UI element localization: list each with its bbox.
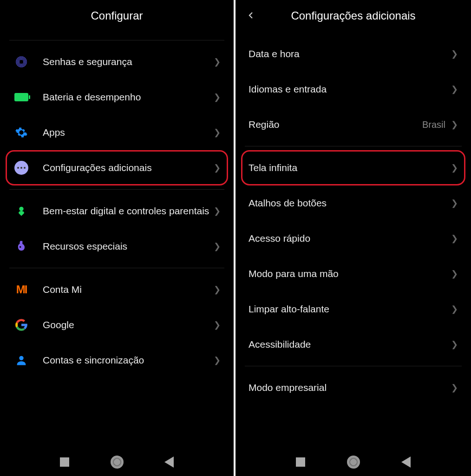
row-clean-speaker[interactable]: Limpar alto-falante ❯ [245, 291, 462, 327]
settings-screen: Configurar Senhas e segurança ❯ Bateria … [0, 0, 236, 476]
nav-home-button[interactable] [347, 456, 360, 469]
mi-logo-icon: MI [13, 281, 30, 298]
nav-recents-button[interactable] [296, 457, 305, 467]
divider [9, 189, 224, 190]
divider [9, 268, 224, 268]
chevron-right-icon: ❯ [214, 355, 221, 365]
page-title: Configurar [91, 9, 143, 22]
svg-point-3 [20, 246, 21, 248]
chevron-right-icon: ❯ [451, 49, 458, 59]
nav-recents-button[interactable] [60, 457, 69, 467]
row-enterprise-mode[interactable]: Modo empresarial ❯ [245, 370, 462, 405]
row-quick-access[interactable]: Acesso rápido ❯ [245, 221, 462, 256]
header: Configurações adicionais [236, 0, 471, 36]
chevron-right-icon: ❯ [214, 206, 221, 216]
row-label: Senhas e segurança [43, 55, 214, 68]
google-icon [13, 317, 30, 333]
row-languages-input[interactable]: Idiomas e entrada ❯ [245, 72, 462, 107]
chevron-right-icon: ❯ [214, 284, 221, 295]
nav-home-button[interactable] [111, 456, 124, 469]
row-label: Google [43, 318, 214, 331]
row-digital-wellbeing[interactable]: Bem-estar digital e controles parentais … [9, 193, 224, 229]
row-battery-performance[interactable]: Bateria e desempenho ❯ [9, 79, 224, 115]
row-google[interactable]: Google ❯ [9, 307, 224, 343]
row-label: Conta Mi [43, 283, 214, 296]
svg-point-4 [19, 356, 23, 360]
divider [245, 366, 462, 366]
page-title: Configurações adicionais [291, 9, 415, 22]
row-label: Modo para uma mão [249, 267, 451, 280]
row-label: Contas e sincronização [43, 354, 214, 366]
chevron-right-icon: ❯ [214, 127, 221, 138]
chevron-right-icon: ❯ [451, 119, 458, 130]
heart-icon [13, 203, 30, 219]
row-mi-account[interactable]: MI Conta Mi ❯ [9, 272, 224, 307]
chevron-right-icon: ❯ [451, 198, 458, 208]
back-button[interactable] [247, 8, 255, 23]
additional-settings-screen: Configurações adicionais Data e hora ❯ I… [236, 0, 471, 476]
row-additional-settings[interactable]: Configurações adicionais ❯ [9, 150, 224, 185]
dots-icon [13, 159, 30, 176]
chevron-right-icon: ❯ [451, 163, 458, 173]
nav-back-button[interactable] [164, 456, 174, 468]
row-label: Tela infinita [249, 161, 451, 174]
row-infinite-display[interactable]: Tela infinita ❯ [245, 150, 462, 185]
chevron-right-icon: ❯ [451, 383, 458, 393]
gear-icon [13, 124, 30, 141]
divider [245, 146, 462, 146]
row-accessibility[interactable]: Acessibilidade ❯ [245, 327, 462, 362]
chevron-right-icon: ❯ [451, 269, 458, 279]
chevron-right-icon: ❯ [214, 241, 221, 251]
row-passwords-security[interactable]: Senhas e segurança ❯ [9, 44, 224, 79]
chevron-right-icon: ❯ [214, 92, 221, 102]
row-special-features[interactable]: Recursos especiais ❯ [9, 229, 224, 264]
row-label: Acesso rápido [249, 232, 451, 245]
row-label: Data e hora [249, 47, 451, 60]
chevron-right-icon: ❯ [214, 320, 221, 330]
row-label: Limpar alto-falante [249, 303, 451, 315]
row-label: Bem-estar digital e controles parentais [43, 205, 214, 217]
row-label: Região [249, 118, 422, 131]
row-label: Configurações adicionais [43, 161, 214, 174]
row-label: Apps [43, 126, 214, 139]
row-label: Acessibilidade [249, 338, 451, 350]
flask-icon [13, 238, 30, 255]
row-region[interactable]: Região Brasil ❯ [245, 107, 462, 142]
row-label: Idiomas e entrada [249, 83, 451, 95]
row-label: Atalhos de botões [249, 197, 451, 209]
chevron-right-icon: ❯ [214, 163, 221, 173]
row-label: Recursos especiais [43, 240, 214, 252]
person-icon [13, 352, 30, 369]
row-one-handed-mode[interactable]: Modo para uma mão ❯ [245, 256, 462, 291]
svg-point-0 [19, 207, 23, 211]
fingerprint-icon [13, 53, 30, 70]
chevron-right-icon: ❯ [214, 57, 221, 67]
row-label: Bateria e desempenho [43, 91, 214, 103]
row-value: Brasil [422, 119, 445, 130]
row-accounts-sync[interactable]: Contas e sincronização ❯ [9, 343, 224, 378]
header: Configurar [0, 0, 234, 36]
chevron-right-icon: ❯ [451, 233, 458, 244]
row-date-time[interactable]: Data e hora ❯ [245, 36, 462, 72]
chevron-right-icon: ❯ [451, 84, 458, 94]
svg-point-1 [18, 244, 25, 251]
navigation-bar [236, 448, 471, 476]
row-apps[interactable]: Apps ❯ [9, 115, 224, 150]
divider [9, 40, 224, 40]
svg-rect-2 [20, 241, 23, 244]
row-label: Modo empresarial [249, 381, 451, 394]
additional-settings-list[interactable]: Data e hora ❯ Idiomas e entrada ❯ Região… [236, 36, 471, 448]
chevron-right-icon: ❯ [451, 339, 458, 350]
nav-back-button[interactable] [401, 456, 411, 468]
navigation-bar [0, 448, 234, 476]
settings-list[interactable]: Senhas e segurança ❯ Bateria e desempenh… [0, 36, 234, 448]
row-button-shortcuts[interactable]: Atalhos de botões ❯ [245, 185, 462, 221]
battery-icon [13, 89, 30, 106]
chevron-right-icon: ❯ [451, 304, 458, 314]
